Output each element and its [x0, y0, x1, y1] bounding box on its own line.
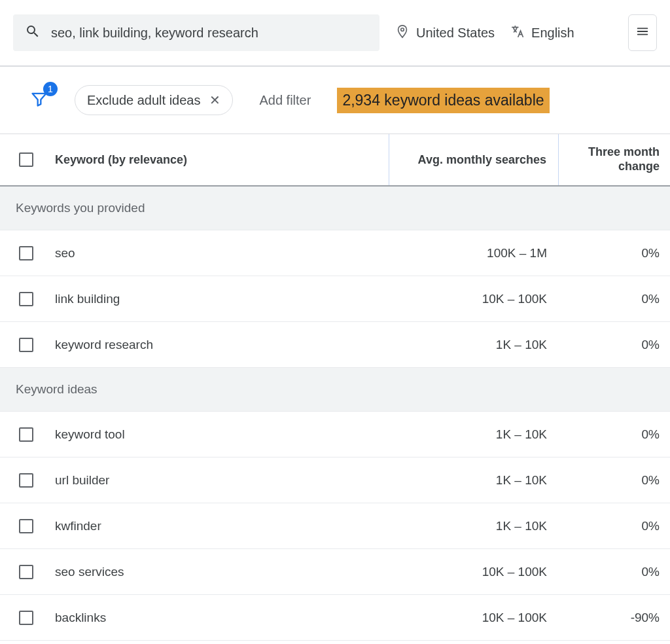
menu-button[interactable]: [628, 14, 657, 51]
table-row: seo services 10K – 100K 0%: [0, 549, 670, 595]
table-header: Keyword (by relevance) Avg. monthly sear…: [0, 134, 670, 187]
row-checkbox[interactable]: [19, 519, 33, 533]
change-cell: 0%: [559, 503, 670, 548]
table-row: keyword tool 1K – 10K 0%: [0, 412, 670, 457]
avg-searches-cell: 1K – 10K: [389, 503, 559, 548]
row-checkbox[interactable]: [19, 338, 33, 352]
change-cell: 0%: [559, 549, 670, 594]
change-cell: -90%: [559, 595, 670, 640]
avg-searches-cell: 10K – 100K: [389, 549, 559, 594]
row-checkbox[interactable]: [19, 565, 33, 579]
keyword-cell: seo: [52, 230, 389, 276]
keyword-cell: backlinks: [52, 595, 389, 640]
location-selector[interactable]: United States: [395, 24, 495, 42]
filter-chip-exclude-adult[interactable]: Exclude adult ideas ✕: [75, 85, 233, 115]
funnel-icon: [30, 99, 48, 110]
avg-searches-cell: 1K – 10K: [389, 322, 559, 367]
keyword-search-input[interactable]: [51, 26, 368, 41]
select-all-checkbox[interactable]: [19, 152, 33, 167]
column-header-keyword[interactable]: Keyword (by relevance): [52, 134, 389, 185]
keyword-cell: keyword research: [52, 322, 389, 367]
location-pin-icon: [395, 24, 410, 42]
table-row: kwfinder 1K – 10K 0%: [0, 503, 670, 549]
language-selector[interactable]: English: [510, 24, 574, 42]
avg-searches-cell: 10K – 100K: [389, 595, 559, 640]
keyword-cell: keyword tool: [52, 412, 389, 457]
table-row: backlinks 10K – 100K -90%: [0, 595, 670, 641]
row-checkbox[interactable]: [19, 292, 33, 306]
change-cell: 0%: [559, 412, 670, 457]
location-label: United States: [416, 26, 495, 41]
close-icon[interactable]: ✕: [209, 92, 220, 108]
change-cell: 0%: [559, 276, 670, 321]
avg-searches-cell: 1K – 10K: [389, 412, 559, 457]
svg-point-0: [401, 27, 404, 31]
language-label: English: [531, 26, 574, 41]
row-checkbox[interactable]: [19, 473, 33, 488]
table-row: keyword research 1K – 10K 0%: [0, 322, 670, 368]
filter-count-badge: 1: [43, 82, 58, 96]
group-header-ideas: Keyword ideas: [0, 368, 670, 412]
keyword-search-box[interactable]: [13, 14, 379, 51]
table-row: seo 100K – 1M 0%: [0, 230, 670, 276]
filter-chip-label: Exclude adult ideas: [87, 93, 200, 108]
change-cell: 0%: [559, 230, 670, 276]
keyword-cell: url builder: [52, 457, 389, 503]
column-header-avg-searches[interactable]: Avg. monthly searches: [389, 134, 559, 185]
column-header-three-month-change[interactable]: Three month change: [559, 134, 670, 185]
keyword-cell: link building: [52, 276, 389, 321]
keyword-cell: kwfinder: [52, 503, 389, 548]
group-header-provided: Keywords you provided: [0, 187, 670, 230]
change-cell: 0%: [559, 322, 670, 367]
avg-searches-cell: 1K – 10K: [389, 457, 559, 503]
keyword-table: Keyword (by relevance) Avg. monthly sear…: [0, 134, 670, 641]
avg-searches-cell: 10K – 100K: [389, 276, 559, 321]
top-bar: United States English: [0, 0, 670, 67]
table-row: url builder 1K – 10K 0%: [0, 457, 670, 503]
hamburger-icon: [635, 24, 650, 41]
filter-toggle[interactable]: 1: [30, 90, 48, 111]
keyword-cell: seo services: [52, 549, 389, 594]
search-icon: [25, 24, 41, 42]
add-filter-button[interactable]: Add filter: [259, 93, 311, 108]
table-row: link building 10K – 100K 0%: [0, 276, 670, 322]
change-cell: 0%: [559, 457, 670, 503]
avg-searches-cell: 100K – 1M: [389, 230, 559, 276]
filter-bar: 1 Exclude adult ideas ✕ Add filter 2,934…: [0, 67, 670, 134]
row-checkbox[interactable]: [19, 427, 33, 442]
translate-icon: [510, 24, 525, 42]
row-checkbox[interactable]: [19, 246, 33, 260]
row-checkbox[interactable]: [19, 611, 33, 625]
keyword-ideas-count: 2,934 keyword ideas available: [337, 88, 549, 113]
